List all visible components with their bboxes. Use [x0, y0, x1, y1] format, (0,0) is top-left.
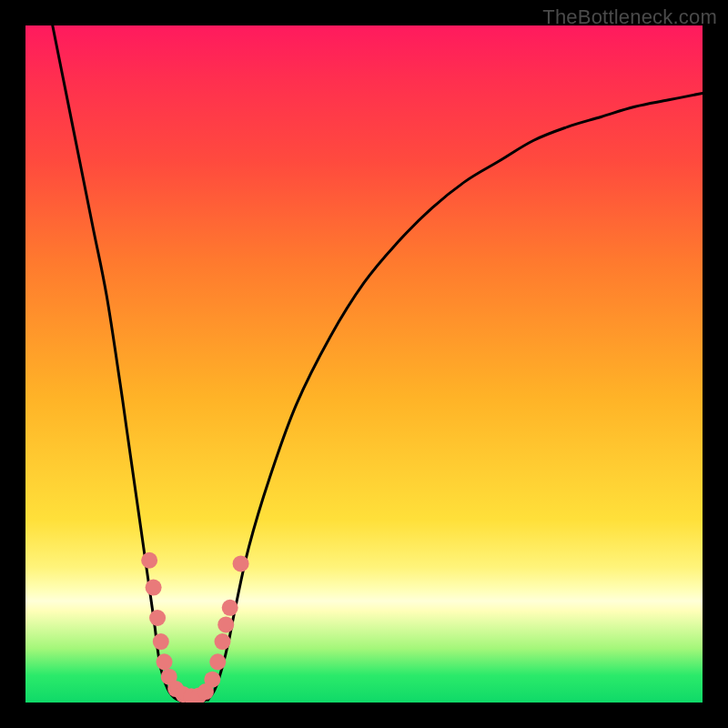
chart-frame: TheBottleneck.com	[0, 0, 728, 728]
chart-marker	[157, 653, 173, 670]
chart-marker	[146, 580, 162, 596]
chart-marker	[233, 555, 249, 571]
chart-marker	[222, 600, 238, 616]
chart-curve	[53, 25, 703, 702]
chart-svg	[25, 25, 703, 703]
chart-marker	[217, 616, 234, 632]
chart-marker	[215, 633, 231, 650]
chart-marker	[153, 633, 169, 650]
chart-plot-area	[25, 25, 703, 703]
chart-marker	[149, 610, 166, 626]
bottleneck-curve	[53, 25, 703, 702]
chart-marker	[209, 653, 226, 670]
chart-marker	[141, 552, 157, 569]
chart-markers	[141, 552, 248, 703]
chart-marker	[204, 672, 220, 688]
